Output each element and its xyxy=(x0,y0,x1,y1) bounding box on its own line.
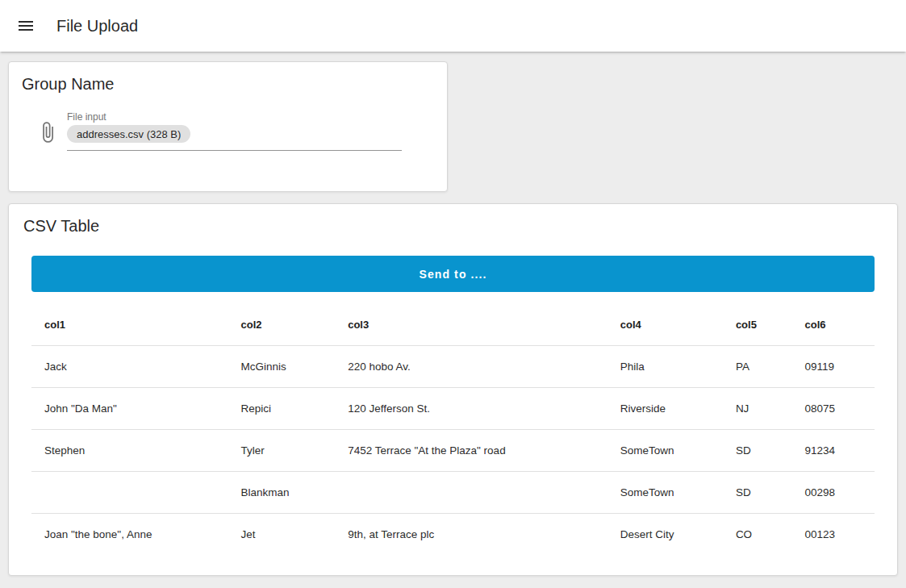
table-cell: SD xyxy=(723,471,792,513)
group-name-card: Group Name File input addresses.csv (328… xyxy=(8,61,448,192)
table-cell: Desert City xyxy=(607,513,723,555)
group-name-card-title: Group Name xyxy=(22,75,434,94)
column-header: col2 xyxy=(228,305,335,345)
menu-bar-line xyxy=(19,29,33,31)
table-cell: Joan "the bone", Anne xyxy=(31,513,228,555)
table-cell: NJ xyxy=(723,387,792,429)
menu-bar-line xyxy=(19,25,33,27)
menu-bar-line xyxy=(19,21,33,23)
table-cell: SomeTown xyxy=(607,471,723,513)
table-row: JackMcGinnis220 hobo Av.PhilaPA09119 xyxy=(31,345,875,387)
table-row: StephenTyler7452 Terrace "At the Plaza" … xyxy=(31,429,875,471)
file-input-field[interactable]: File input addresses.csv (328 B) xyxy=(67,111,402,151)
table-cell: Repici xyxy=(228,387,335,429)
column-header: col3 xyxy=(335,305,607,345)
table-cell: John "Da Man" xyxy=(31,387,228,429)
table-row: Joan "the bone", AnneJet9th, at Terrace … xyxy=(31,513,875,555)
send-to-button[interactable]: Send to .... xyxy=(31,256,875,292)
table-cell: Phila xyxy=(607,345,723,387)
table-cell: Jet xyxy=(228,513,335,555)
main-content: Group Name File input addresses.csv (328… xyxy=(0,52,906,576)
table-cell xyxy=(31,471,228,513)
file-input-row: File input addresses.csv (328 B) xyxy=(22,111,434,151)
table-cell: CO xyxy=(723,513,792,555)
table-cell: SD xyxy=(723,429,792,471)
table-cell xyxy=(335,471,607,513)
app-title: File Upload xyxy=(56,17,138,35)
csv-table-card-title: CSV Table xyxy=(23,217,884,236)
table-cell: 00298 xyxy=(792,471,875,513)
table-cell: PA xyxy=(723,345,792,387)
csv-table-card: CSV Table Send to .... col1col2col3col4c… xyxy=(8,203,898,576)
table-cell: McGinnis xyxy=(228,345,335,387)
table-cell: Stephen xyxy=(31,429,228,471)
column-header: col6 xyxy=(792,305,875,345)
table-cell: 120 Jefferson St. xyxy=(335,387,607,429)
paperclip-icon xyxy=(36,121,59,151)
column-header: col5 xyxy=(723,305,792,345)
hamburger-menu-icon[interactable] xyxy=(11,11,40,40)
table-cell: Jack xyxy=(31,345,228,387)
table-cell: 00123 xyxy=(792,513,875,555)
file-input-label: File input xyxy=(67,111,402,123)
table-row: BlankmanSomeTownSD00298 xyxy=(31,471,875,513)
table-cell: 09119 xyxy=(792,345,875,387)
table-row: John "Da Man"Repici120 Jefferson St.Rive… xyxy=(31,387,875,429)
table-header-row: col1col2col3col4col5col6 xyxy=(31,305,875,345)
table-cell: 08075 xyxy=(792,387,875,429)
table-cell: 220 hobo Av. xyxy=(335,345,607,387)
table-cell: Riverside xyxy=(607,387,723,429)
table-cell: 9th, at Terrace plc xyxy=(335,513,607,555)
table-cell: Blankman xyxy=(228,471,335,513)
csv-table: col1col2col3col4col5col6 JackMcGinnis220… xyxy=(31,305,875,555)
app-bar: File Upload xyxy=(0,0,906,52)
table-cell: Tyler xyxy=(228,429,335,471)
file-chip[interactable]: addresses.csv (328 B) xyxy=(67,125,190,143)
column-header: col1 xyxy=(31,305,228,345)
table-cell: SomeTown xyxy=(607,429,723,471)
csv-table-wrapper: col1col2col3col4col5col6 JackMcGinnis220… xyxy=(31,305,875,555)
table-cell: 7452 Terrace "At the Plaza" road xyxy=(335,429,607,471)
table-cell: 91234 xyxy=(792,429,875,471)
column-header: col4 xyxy=(607,305,723,345)
